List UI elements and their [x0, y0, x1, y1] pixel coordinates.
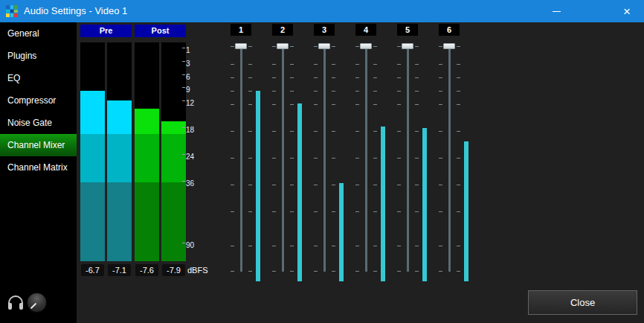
fader-tick: [290, 131, 294, 132]
db-scale-mark: 90: [182, 240, 194, 250]
level-meter-pre-1: [80, 42, 105, 261]
fader-tick: [332, 185, 335, 185]
channel-fader-track-4[interactable]: [365, 46, 367, 272]
channel-number-4: 4: [355, 24, 376, 36]
fader-tick: [415, 158, 419, 159]
meter-fill-segment: [135, 182, 159, 261]
scale-label: 24: [186, 152, 194, 162]
fader-tick: [332, 91, 335, 92]
fader-tick: [355, 158, 359, 159]
fader-tick: [457, 185, 460, 185]
app-logo-icon: [6, 5, 18, 17]
meter-readout: -6.7: [81, 264, 104, 276]
scale-tick-icon: [182, 127, 185, 128]
close-icon: ×: [623, 5, 631, 18]
fader-tick: [415, 104, 419, 105]
scale-label: 90: [186, 240, 194, 250]
headphone-volume-knob[interactable]: [27, 292, 47, 313]
fader-tick: [248, 91, 252, 92]
titlebar[interactable]: Audio Settings - Video 1 ×: [0, 0, 644, 22]
fader-tick: [248, 77, 252, 78]
meter-fill-segment: [80, 182, 105, 261]
fader-tick: [373, 91, 377, 92]
fader-tick: [439, 77, 442, 78]
fader-tick: [457, 104, 460, 105]
scale-tick-icon: [182, 87, 185, 88]
sidebar-item-channel-mixer[interactable]: Channel Mixer: [0, 134, 77, 156]
scale-tick-icon: [182, 100, 185, 101]
fader-tick: [397, 211, 401, 212]
channel-fader-handle-2[interactable]: [277, 43, 289, 49]
fader-tick: [231, 246, 234, 246]
fader-tick: [290, 77, 294, 78]
close-dialog-button[interactable]: Close: [528, 290, 637, 315]
fader-tick: [290, 104, 294, 105]
sidebar-item-eq[interactable]: EQ: [0, 67, 77, 89]
scale-label: 6: [186, 72, 190, 82]
meter-readout: -7.6: [135, 264, 158, 276]
db-scale-mark: 1: [182, 45, 190, 55]
fader-tick: [248, 185, 252, 185]
knob-pointer-icon: [30, 303, 36, 309]
audio-settings-window: Audio Settings - Video 1 × GeneralPlugin…: [0, 0, 644, 323]
scale-tick-icon: [182, 74, 185, 75]
fader-tick: [355, 77, 359, 78]
fader-tick: [314, 104, 318, 105]
channel-fader-handle-4[interactable]: [360, 43, 372, 49]
headphones-icon: [8, 295, 23, 310]
scale-tick-icon: [182, 48, 185, 48]
fader-tick: [290, 246, 294, 246]
channel-fader-track-2[interactable]: [282, 46, 284, 272]
fader-tick: [231, 91, 234, 92]
fader-tick: [373, 64, 377, 65]
channel-level-meter-3: [339, 183, 344, 281]
fader-tick: [272, 246, 276, 246]
fader-tick: [397, 131, 401, 132]
fader-tick: [248, 271, 252, 272]
channel-fader-handle-6[interactable]: [443, 43, 455, 49]
fader-tick: [457, 271, 460, 272]
fader-tick: [457, 246, 460, 246]
minimize-button[interactable]: [539, 0, 573, 22]
meter-fill-segment: [80, 91, 105, 134]
fader-tick: [415, 271, 419, 272]
fader-tick: [439, 211, 442, 212]
fader-tick: [373, 158, 377, 159]
channel-fader-track-1[interactable]: [240, 46, 242, 272]
sidebar-item-general[interactable]: General: [0, 22, 77, 45]
fader-tick: [290, 158, 294, 159]
channel-fader-handle-5[interactable]: [402, 43, 413, 49]
fader-tick: [314, 158, 318, 159]
fader-tick: [332, 77, 335, 78]
sidebar-item-noise-gate[interactable]: Noise Gate: [0, 112, 77, 134]
fader-tick: [439, 64, 442, 65]
sidebar-item-channel-matrix[interactable]: Channel Matrix: [0, 156, 77, 179]
fader-tick: [439, 271, 442, 272]
fader-tick: [373, 211, 377, 212]
fader-tick: [397, 64, 401, 65]
channel-fader-handle-3[interactable]: [318, 43, 330, 49]
channel-number-3: 3: [314, 24, 335, 36]
fader-tick: [332, 158, 335, 159]
db-scale-mark: 6: [182, 72, 190, 82]
channel-fader-track-5[interactable]: [407, 46, 409, 272]
fader-tick: [355, 104, 359, 105]
fader-tick: [397, 91, 401, 92]
fader-tick: [314, 91, 318, 92]
fader-tick: [332, 211, 335, 212]
fader-tick: [231, 46, 234, 47]
channel-fader-handle-1[interactable]: [235, 43, 247, 49]
fader-tick: [231, 211, 234, 212]
sidebar-item-plugins[interactable]: Plugins: [0, 45, 77, 67]
channel-number-2: 2: [272, 24, 293, 36]
fader-tick: [314, 77, 318, 78]
level-meter-post-1: [135, 42, 159, 261]
meter-group-label-post: Post: [135, 25, 186, 37]
sidebar-item-compressor[interactable]: Compressor: [0, 89, 77, 112]
window-close-button[interactable]: ×: [610, 0, 644, 22]
dbfs-unit-label: dBFS: [187, 264, 208, 276]
channel-fader-track-6[interactable]: [448, 46, 451, 272]
channel-fader-track-3[interactable]: [323, 46, 326, 272]
channel-level-meter-2: [297, 103, 302, 281]
fader-tick: [272, 104, 276, 105]
